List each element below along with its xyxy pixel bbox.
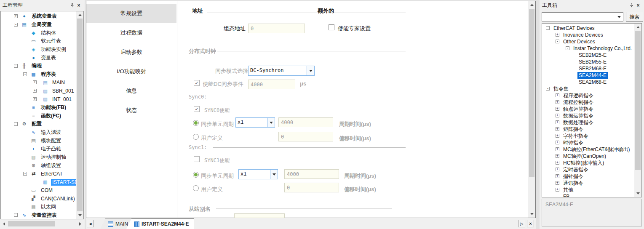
tree-item[interactable]: - 全局变量 (1, 21, 76, 29)
config-category-tab[interactable]: 状态 (86, 101, 176, 120)
tree-item[interactable]: + INT_001 (1, 95, 76, 104)
expander-icon[interactable]: + (556, 168, 559, 171)
expert-settings-checkbox[interactable] (329, 24, 334, 30)
chevron-down-icon[interactable] (270, 170, 278, 179)
sync0-offset-input[interactable] (278, 132, 333, 141)
tree-item[interactable]: + 定时器指令 (542, 166, 634, 173)
tree-item[interactable]: FB (542, 193, 634, 197)
tree-item[interactable]: 模块配置 (1, 136, 76, 145)
tree-item[interactable]: 功能块实例 (1, 45, 76, 54)
expander-icon[interactable]: + (556, 93, 559, 97)
chevron-down-icon[interactable] (615, 13, 623, 21)
tree-item[interactable]: - Other Devices (542, 38, 634, 45)
tree-item[interactable]: 输入滤波 (1, 128, 76, 137)
expander-icon[interactable]: - (23, 72, 27, 76)
pin-icon[interactable] (69, 2, 75, 8)
tree-item[interactable]: 函数(FC) (1, 112, 76, 120)
toolbox-search-combo[interactable] (542, 12, 623, 21)
scrollbar-thumb[interactable] (8, 221, 55, 226)
scrollbar-thumb[interactable] (529, 9, 534, 177)
expander-icon[interactable]: - (14, 64, 18, 68)
expander-icon[interactable]: + (14, 14, 18, 18)
expander-icon[interactable]: + (556, 100, 559, 104)
chevron-down-icon[interactable] (307, 66, 314, 75)
toolbox-tree-vscrollbar[interactable] (634, 24, 641, 197)
project-tree-hscrollbar[interactable] (0, 220, 84, 227)
tree-item[interactable]: SEB2M55-E (542, 59, 634, 65)
tree-item[interactable]: - EtherCAT (1, 170, 76, 178)
sync0-cycle-radio[interactable] (193, 120, 199, 126)
config-category-tab[interactable]: 过程数据 (86, 23, 176, 43)
tab-scroll-left-button[interactable]: ◄ (87, 220, 94, 227)
scroll-up-icon[interactable] (528, 1, 535, 8)
expander-icon[interactable]: - (14, 213, 18, 217)
expander-icon[interactable]: + (556, 181, 559, 185)
expander-icon[interactable]: + (556, 147, 559, 151)
expander-icon[interactable]: + (556, 154, 559, 158)
tree-item[interactable]: - 变量监控表 (1, 211, 76, 219)
project-tree-vscrollbar[interactable] (76, 11, 83, 219)
expander-icon[interactable]: + (33, 89, 37, 93)
expander-icon[interactable]: - (546, 26, 550, 30)
tree-item[interactable]: 以太网 (1, 203, 76, 211)
tab-scroll-right-button[interactable]: ▷ (518, 220, 525, 227)
chevron-down-icon[interactable] (267, 118, 275, 127)
sync0-cycle-input[interactable] (278, 117, 333, 127)
config-category-tab[interactable]: 常规设置 (86, 4, 176, 23)
sync0-enable-checkbox[interactable] (194, 106, 200, 112)
sync1-offset-input[interactable] (284, 183, 339, 192)
scroll-up-icon[interactable] (76, 11, 83, 19)
scrollbar-thumb[interactable] (77, 19, 83, 211)
expander-icon[interactable]: + (556, 188, 559, 192)
tree-item[interactable]: 软元件表 (1, 37, 76, 45)
tree-item[interactable]: - EtherCAT Devices (542, 25, 634, 32)
tree-item[interactable]: 变量表 (1, 53, 76, 62)
expander-icon[interactable]: + (556, 141, 559, 144)
close-icon[interactable]: × (75, 2, 82, 8)
scroll-down-icon[interactable] (634, 190, 641, 197)
tree-item[interactable]: SEB2M25-E (542, 52, 634, 59)
expander-icon[interactable]: - (14, 23, 18, 27)
tree-item[interactable]: + SBR_001 (1, 87, 76, 95)
sync1-cycle-input[interactable] (284, 169, 339, 179)
tree-item[interactable]: + 数据处理指令 (542, 119, 634, 126)
sync0-multiplier-dropdown[interactable]: x1 (235, 117, 275, 128)
expander-icon[interactable]: + (33, 97, 37, 101)
dc-sync-event-checkbox[interactable] (194, 80, 200, 86)
expander-icon[interactable]: + (556, 174, 559, 178)
tree-item[interactable]: SEB2M68-E (542, 65, 634, 72)
expander-icon[interactable]: + (556, 127, 559, 131)
tree-item[interactable]: - 编程 (1, 62, 76, 70)
scrollbar-thumb[interactable] (635, 31, 641, 170)
expander-icon[interactable]: - (14, 122, 18, 126)
tree-item[interactable]: 功能块(FB) (1, 104, 76, 112)
tree-item[interactable]: 结构体 (1, 29, 76, 37)
sync0-user-radio[interactable] (193, 134, 199, 140)
document-tab[interactable]: ISTART-SEA2M44-E (126, 218, 194, 229)
close-icon[interactable]: × (635, 2, 641, 8)
tree-item[interactable]: + 系统变量表 (1, 12, 76, 21)
tree-item[interactable]: SEA2M44-E (542, 72, 634, 79)
editor-vscrollbar[interactable] (528, 1, 535, 218)
expander-icon[interactable]: - (556, 40, 559, 43)
tree-item[interactable]: + Inovance Devices (542, 32, 634, 38)
close-document-button[interactable]: × (527, 220, 534, 227)
expander-icon[interactable]: + (556, 107, 559, 111)
scroll-down-icon[interactable] (528, 210, 535, 218)
search-input[interactable] (542, 13, 615, 21)
config-address-input[interactable] (248, 24, 305, 33)
tree-item[interactable]: 运动控制轴 (1, 153, 76, 162)
sync1-enable-checkbox[interactable] (194, 156, 200, 162)
dc-sync-event-input[interactable] (248, 80, 295, 89)
expander-icon[interactable]: + (33, 80, 37, 84)
tree-item[interactable]: + MAIN (1, 79, 76, 87)
tree-item[interactable]: + 其他 (542, 186, 634, 193)
sync1-cycle-radio[interactable] (193, 172, 199, 178)
config-category-tab[interactable]: I/O功能映射 (86, 62, 176, 81)
expander-icon[interactable]: + (556, 161, 559, 165)
pin-icon[interactable] (628, 2, 635, 8)
search-button[interactable]: 搜索 (626, 12, 643, 22)
tree-item[interactable]: - 配置 (1, 120, 76, 128)
tree-item[interactable]: - Instar Technology Co.,Ltd. (542, 45, 634, 52)
expander-icon[interactable]: + (556, 114, 559, 117)
